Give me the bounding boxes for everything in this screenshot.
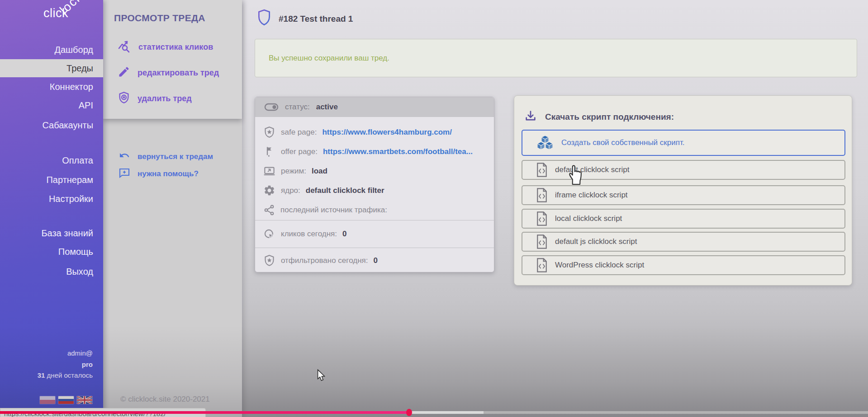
russia-flag-icon[interactable] [58,396,74,404]
sidebar-item-help[interactable]: Помощь [0,243,103,261]
menu-item-label: редактировать тред [138,68,219,78]
sidebar-item-partners[interactable]: Партнерам [0,171,103,189]
back-to-threads-link[interactable]: вернуться к тредам [103,150,242,164]
mode-row: режим: load [255,161,494,181]
sidebar-item-threads[interactable]: Треды [0,59,103,77]
core-row: ядро: default clicklock filter [255,181,494,200]
account-email: admin@ [67,349,93,357]
account-plan: pro [82,361,93,368]
code-file-icon [535,258,549,273]
shield-star-icon [263,126,275,138]
poland-flag-icon[interactable] [40,396,55,404]
local-clicklock-script-button[interactable]: local clicklock script [522,209,845,229]
download-script-panel: Скачать скрипт подключения: Создать свой… [514,95,852,286]
default-clicklock-script-button[interactable]: default clicklock script [522,160,845,180]
main-content: #182 Test thread 1 Вы успешно сохранили … [242,0,868,417]
shield-x-icon [118,91,130,106]
row-label: ядро: [281,186,300,195]
iframe-clicklock-script-button[interactable]: iframe clicklock script [522,185,845,205]
account-days-left: 31 дней осталось [38,371,93,379]
uk-flag-icon[interactable] [77,396,92,404]
days-left-number: 31 [38,371,45,379]
thread-menu-panel: ПРОСМОТР ТРЕДА статистика кликов редакти… [103,0,242,417]
create-own-script-label: Создать свой собственный скрипт. [561,138,685,147]
wordpress-clicklock-script-button[interactable]: WordPress clicklock script [522,255,845,275]
code-file-icon [535,211,549,226]
script-button-label: iframe clicklock script [555,191,628,200]
row-label: отфильтровано сегодня: [281,256,368,265]
video-progress-played [0,411,409,414]
click-stats-icon [118,39,131,55]
create-own-script-button[interactable]: Создать свой собственный скрипт. [522,130,845,156]
script-button-label: WordPress clicklock script [555,261,644,270]
clicklock-logo[interactable]: clicklock [43,6,94,20]
flag-icon [263,145,275,158]
need-help-label: нужна помощь? [138,169,199,178]
copyright-text: © clicklock.site 2020-2021 [120,395,210,404]
sidebar: clicklock Дашборд Треды Коннектор API Са… [0,0,103,417]
app-window: clicklock Дашборд Треды Коннектор API Са… [0,0,868,417]
safe-page-row: safe page: https://www.flowers4hamburg.c… [255,122,494,142]
menu-item-click-stats[interactable]: статистика кликов [103,38,242,56]
toggle-on-icon [264,103,279,112]
sidebar-item-subaccounts[interactable]: Сабакаунты [0,116,103,134]
script-button-label: default clicklock script [555,165,629,174]
video-playhead[interactable] [406,409,412,416]
safe-page-link[interactable]: https://www.flowers4hamburg.com/ [322,128,452,137]
script-button-label: local clicklock script [555,214,622,223]
status-label: статус: [285,103,310,112]
sidebar-item-knowledge-base[interactable]: База знаний [0,224,103,242]
success-alert: Вы успешно сохранили ваш тред. [255,39,857,77]
sidebar-item-settings[interactable]: Настройки [0,190,103,208]
need-help-link[interactable]: нужна помощь? [103,167,242,181]
menu-item-edit-thread[interactable]: редактировать тред [103,64,242,81]
sidebar-item-api[interactable]: API [0,96,103,114]
core-value: default clicklock filter [306,186,384,195]
menu-item-label: статистика кликов [138,42,213,52]
download-panel-header: Скачать скрипт подключения: [524,108,674,126]
success-alert-text: Вы успешно сохранили ваш тред. [269,54,389,63]
row-label: кликов сегодня: [281,230,337,239]
code-file-icon [535,234,549,249]
page-title: #182 Test thread 1 [279,14,353,24]
clicks-today-value: 0 [342,230,346,239]
comment-plus-icon [119,168,130,181]
row-label: режим: [281,167,306,176]
filtered-today-row: отфильтровано сегодня: 0 [255,248,494,272]
cubes-icon [536,135,554,151]
offer-page-row: offer page: https://www.smartbets.com/fo… [255,142,494,161]
last-traffic-source-row: последний источник трафика: [255,200,494,220]
video-progress-buffered [409,411,484,414]
sidebar-item-logout[interactable]: Выход [0,262,103,281]
thread-status-card: статус: active safe page: https://www.fl… [255,97,494,272]
menu-item-delete-thread[interactable]: удалить тред [103,90,242,107]
video-progress-track[interactable] [0,411,868,414]
gear-icon [263,184,275,197]
clicks-today-row: кликов сегодня: 0 [255,220,494,248]
shield-icon [257,9,271,28]
row-label: последний источник трафика: [280,206,387,215]
back-to-threads-label: вернуться к тредам [138,152,213,161]
offer-page-link[interactable]: https://www.smartbets.com/football/tea..… [323,147,473,156]
menu-item-label: удалить тред [138,94,192,103]
screen-share-icon [263,165,275,177]
row-label: offer page: [281,147,318,156]
status-header: статус: active [255,97,494,117]
days-left-text: дней осталось [45,371,93,379]
filtered-today-value: 0 [373,256,377,265]
shield-star-icon [263,254,275,267]
mode-value: load [312,167,327,176]
code-file-icon [535,162,549,178]
default-js-clicklock-script-button[interactable]: default js clicklock script [522,232,845,252]
pencil-icon [118,66,130,80]
sidebar-item-connector[interactable]: Коннектор [0,78,103,96]
share-nodes-icon [263,204,275,216]
language-switcher [40,396,92,404]
sidebar-item-dashboard[interactable]: Дашборд [0,41,103,59]
download-icon [524,110,537,125]
status-value: active [316,103,338,112]
sidebar-item-payment[interactable]: Оплата [0,151,103,169]
page-header: #182 Test thread 1 [257,9,353,28]
code-file-icon [535,187,549,203]
script-button-label: default js clicklock script [555,237,637,246]
